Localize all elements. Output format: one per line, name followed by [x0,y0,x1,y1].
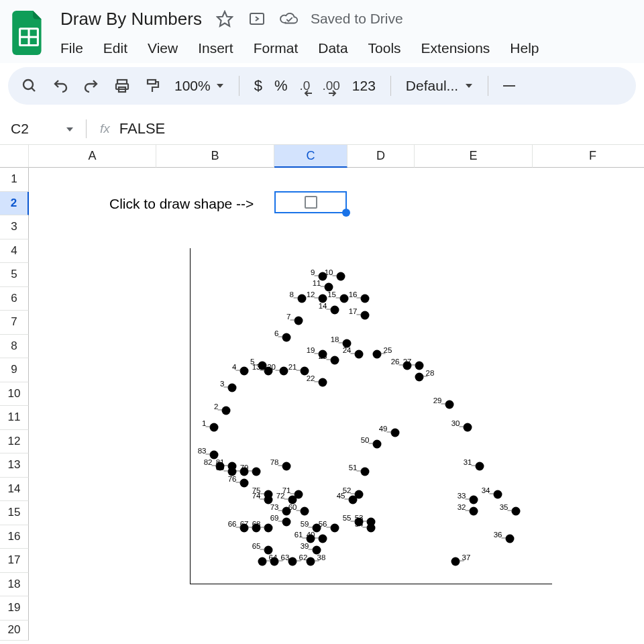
undo-icon[interactable] [51,76,70,95]
row-header-7[interactable]: 7 [0,311,29,335]
chart-point-64: 64 [258,557,267,566]
chart-point-14: 14 [331,305,339,314]
column-header-D[interactable]: D [347,145,415,168]
column-header-B[interactable]: B [156,145,274,168]
row-headers: 1234567891011121314151617181920 [0,168,29,641]
number-format-dropdown[interactable]: 123 [352,78,376,94]
row-header-18[interactable]: 18 [0,573,29,597]
chart-point-1: 1 [210,423,219,431]
zoom-dropdown[interactable]: 100% [174,78,224,94]
font-family-dropdown[interactable]: Defaul... [406,78,473,94]
cells-area[interactable]: Click to draw shape --> 1234567891011121… [29,168,644,641]
chart-point-59: 59 [313,523,321,532]
chart-point-3: 3 [228,384,237,392]
svg-marker-13 [66,127,73,131]
chart-point-55: 55 [355,518,364,527]
formula-bar-value[interactable]: FALSE [119,120,165,138]
chart-point-2: 2 [222,406,231,415]
row-header-16[interactable]: 16 [0,525,29,549]
row-header-10[interactable]: 10 [0,382,29,407]
row-header-5[interactable]: 5 [0,263,29,287]
spreadsheet-grid[interactable]: ABCDEF 1234567891011121314151617181920 C… [0,145,644,641]
doc-title[interactable]: Draw By Numbers [60,9,202,30]
column-headers: ABCDEF [29,145,644,168]
svg-marker-3 [217,11,232,26]
menu-format[interactable]: Format [254,40,299,56]
row-header-9[interactable]: 9 [0,358,29,382]
zoom-label: 100% [174,78,211,94]
menubar: FileEditViewInsertFormatDataToolsExtensi… [60,40,539,56]
toolbar-separator [390,76,391,96]
format-currency-button[interactable]: $ [254,77,262,95]
formula-bar-row: C2 fx FALSE [0,113,644,145]
active-cell-c2[interactable] [274,191,347,213]
decrease-decimal-button[interactable]: .0 [300,76,311,95]
menu-extensions[interactable]: Extensions [421,40,490,56]
star-icon[interactable] [215,9,234,28]
move-to-folder-icon[interactable] [248,9,266,28]
cloud-check-icon[interactable] [280,9,299,28]
row-header-19[interactable]: 19 [0,596,29,621]
menu-insert[interactable]: Insert [198,40,233,56]
chart-point-76: 76 [240,479,249,488]
chart-point-23: 23 [331,356,339,364]
chart-point-39: 39 [313,546,321,555]
print-icon[interactable] [113,76,131,95]
svg-line-6 [32,88,35,91]
svg-rect-10 [148,80,156,84]
font-size-decrease-icon[interactable] [503,85,515,87]
column-header-A[interactable]: A [29,145,156,168]
redo-icon[interactable] [82,76,101,95]
row-header-2[interactable]: 2 [0,192,29,216]
row-header-12[interactable]: 12 [0,430,29,454]
caret-down-icon [66,121,74,137]
increase-decimal-button[interactable]: .00 [322,76,339,95]
select-all-corner[interactable] [0,145,29,168]
search-icon[interactable] [20,76,39,95]
menu-edit[interactable]: Edit [103,40,127,56]
column-header-C[interactable]: C [274,145,347,168]
fill-handle[interactable] [342,209,350,217]
row-header-6[interactable]: 6 [0,287,29,311]
row-header-14[interactable]: 14 [0,478,29,502]
menu-file[interactable]: File [60,40,83,56]
row-header-8[interactable]: 8 [0,335,29,359]
menu-data[interactable]: Data [318,40,347,56]
name-box[interactable]: C2 [0,121,86,137]
checkbox-icon[interactable] [305,196,317,209]
format-percent-button[interactable]: % [274,77,288,95]
chart-point-7: 7 [294,317,303,325]
chart-point-25: 25 [373,350,382,359]
menu-view[interactable]: View [148,40,178,56]
chart-point-79: 79 [252,468,261,476]
drive-status: Saved to Drive [311,11,403,27]
chart-point-54: 54 [367,523,376,532]
row-header-13[interactable]: 13 [0,453,29,478]
row-header-4[interactable]: 4 [0,239,29,264]
menu-tools[interactable]: Tools [368,40,401,56]
row-header-3[interactable]: 3 [0,215,29,239]
sheets-app-icon[interactable] [9,7,48,59]
chart-point-82: 82 [216,462,225,471]
svg-marker-11 [217,84,223,88]
chart-x-axis [190,584,552,584]
font-label: Defaul... [406,78,458,94]
row-header-1[interactable]: 1 [0,168,29,192]
toolbar: 100% $ % .0 .00 123 Defaul... [8,67,636,105]
column-header-E[interactable]: E [415,145,533,168]
row-header-15[interactable]: 15 [0,501,29,525]
chart-point-60: 60 [301,506,309,515]
chart-point-24: 24 [355,350,364,359]
menu-help[interactable]: Help [510,40,539,56]
chart-point-36: 36 [506,535,515,543]
column-header-F[interactable]: F [533,145,644,168]
paint-format-icon[interactable] [144,76,162,95]
svg-marker-12 [466,84,472,88]
chart-point-6: 6 [282,333,291,342]
name-box-value: C2 [11,121,29,137]
chart-point-78: 78 [282,462,291,471]
row-header-20[interactable]: 20 [0,621,29,641]
row-header-11[interactable]: 11 [0,406,29,430]
row-header-17[interactable]: 17 [0,549,29,573]
chart-point-83: 83 [210,451,219,460]
